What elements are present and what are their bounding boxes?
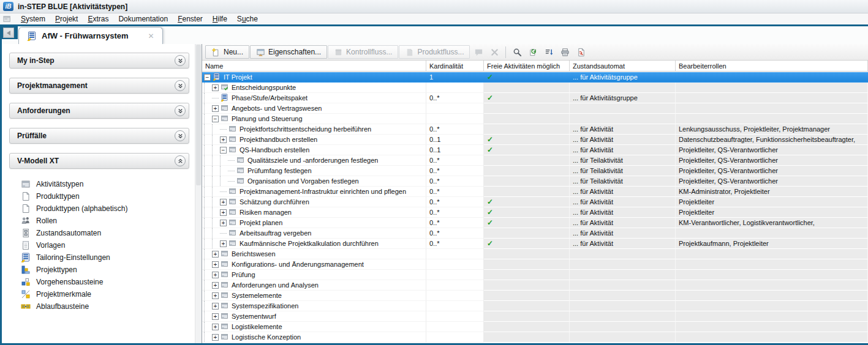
table-row[interactable]: +Projekt planen0..*✓... für AktivitätKM-… <box>202 218 868 228</box>
expand-plus-icon[interactable]: + <box>212 272 219 278</box>
expand-plus-icon[interactable]: + <box>212 334 219 341</box>
menu-item-extras[interactable]: Extras <box>83 15 113 23</box>
sidebar-item-tailoring-einstellungen[interactable]: Tailoring-Einstellungen <box>2 251 195 264</box>
table-row[interactable]: −Planung und Steuerung <box>202 114 868 124</box>
table-row[interactable]: +Systemelemente <box>202 291 868 301</box>
table-row[interactable]: +Projekthandbuch erstellen0..1✓... für A… <box>202 135 868 145</box>
table-row[interactable]: +Angebots- und Vertragswesen <box>202 103 868 114</box>
menu-item-fenster[interactable]: Fenster <box>173 15 208 23</box>
menu-item-dokumentation[interactable]: Dokumentation <box>113 15 173 23</box>
table-row[interactable]: −QS-Handbuch erstellen0..1✓... für Aktiv… <box>202 145 868 155</box>
table-row[interactable]: −IT Projekt1✓... für Aktivitätsgruppe <box>202 72 868 83</box>
toolbar-icon-button-sort[interactable] <box>541 45 557 59</box>
table-row[interactable]: +Anforderungen und Analysen <box>202 280 868 291</box>
sort-icon <box>545 48 554 57</box>
bearbeiterrollen-cell: KM-Verantwortlicher, Logistikverantwortl… <box>676 218 868 228</box>
table-row[interactable]: Projektfortschrittsentscheidung herbeifü… <box>202 124 868 135</box>
collapse-minus-icon[interactable]: − <box>212 116 219 122</box>
expand-plus-icon[interactable]: + <box>212 261 219 268</box>
expand-plus-icon[interactable]: + <box>212 282 219 289</box>
toolbar-icon-button-print[interactable] <box>557 45 573 59</box>
freie-aktivitaeten-cell <box>484 83 570 93</box>
chevron-double-down-icon[interactable] <box>175 130 186 141</box>
table-row[interactable]: +Risiken managen0..*✓... für AktivitätPr… <box>202 207 868 218</box>
tab-afw-fruehwarnsystem[interactable]: AfW - Frühwarnsystem ✕ <box>18 27 163 44</box>
chevron-double-down-icon[interactable] <box>175 55 186 66</box>
expand-plus-icon[interactable]: + <box>220 220 227 226</box>
collapse-minus-icon[interactable]: − <box>220 147 227 154</box>
expand-plus-icon[interactable]: + <box>220 199 227 206</box>
expand-plus-icon[interactable]: + <box>212 324 219 330</box>
column-header-freie-aktivitaeten-moeglich[interactable]: Freie Aktivitäten möglich <box>484 61 570 71</box>
sidebar-item-aktivitaetstypen[interactable]: Aktivitätstypen <box>2 178 195 190</box>
menu-item-hilfe[interactable]: Hilfe <box>208 15 232 23</box>
sidebar-item-vorlagen[interactable]: Vorlagen <box>2 239 195 251</box>
column-header-zustandsautomat[interactable]: Zustandsautomat <box>570 61 676 71</box>
scrollbar-thumb[interactable] <box>196 45 201 185</box>
close-icon[interactable]: ✕ <box>148 32 154 40</box>
sidebar-item-vorgehensbausteine[interactable]: Vorgehensbausteine <box>2 276 195 288</box>
sidebar-section-my-in-step[interactable]: My in-Step <box>9 53 189 69</box>
expand-plus-icon[interactable]: + <box>212 292 219 299</box>
sidebar-section-projektmanagement[interactable]: Projektmanagement <box>9 78 189 94</box>
toolbar-button-eigenschaften[interactable]: Eigenschaften... <box>250 45 327 59</box>
sidebar-item-zustandsautomaten[interactable]: Zustandsautomaten <box>2 227 195 239</box>
table-row[interactable]: +Logistikelemente <box>202 322 868 332</box>
expand-plus-icon[interactable]: + <box>220 136 227 143</box>
sidebar-item-produkttypen-alphabetisch[interactable]: Produkttypen (alphabetisch) <box>2 202 195 215</box>
expand-plus-icon[interactable]: + <box>212 84 219 91</box>
table-row[interactable]: Phase/Stufe/Arbeitspaket0..*✓... für Akt… <box>202 93 868 103</box>
chevron-double-down-icon[interactable] <box>175 80 186 91</box>
name-cell: +Anforderungen und Analysen <box>202 280 426 291</box>
toolbar-icon-button-zoom[interactable] <box>509 45 525 59</box>
table-row[interactable]: +Schätzung durchführen0..*✓... für Aktiv… <box>202 197 868 207</box>
toolbar-button-neu[interactable]: Neu... <box>205 45 249 59</box>
chevron-double-down-icon[interactable] <box>175 105 186 116</box>
checkmark-icon: ✓ <box>487 198 493 206</box>
table-row[interactable]: +Berichtswesen <box>202 249 868 259</box>
toolbar-icon-button-refresh[interactable] <box>525 45 541 59</box>
tab-scroll-left-button[interactable] <box>3 28 14 38</box>
menu-item-projekt[interactable]: Projekt <box>50 15 83 23</box>
table-row[interactable]: +Logistische Konzeption <box>202 332 868 343</box>
chevron-double-up-icon[interactable] <box>175 155 186 166</box>
expand-plus-icon[interactable]: + <box>212 251 219 258</box>
tree-guide <box>212 155 220 165</box>
table-row[interactable]: +Systemspezifikationen <box>202 301 868 311</box>
table-row[interactable]: +Prüfung <box>202 270 868 280</box>
column-header-name[interactable]: Name <box>202 61 426 71</box>
expand-plus-icon[interactable]: + <box>212 105 219 112</box>
sidebar-scrollbar[interactable] <box>195 44 202 343</box>
table-row[interactable]: +Systementwurf <box>202 311 868 322</box>
column-header-kardinalitaet[interactable]: Kardinalität <box>426 61 484 71</box>
expand-plus-icon[interactable]: + <box>220 209 227 216</box>
table-row[interactable]: Projektmanagement-Infrastruktur einricht… <box>202 187 868 197</box>
sidebar-item-rollen[interactable]: Rollen <box>2 215 195 227</box>
table-row[interactable]: Arbeitsauftrag vergeben0..*... für Aktiv… <box>202 228 868 239</box>
toolbar-icon-button-pdf-export[interactable] <box>573 45 589 59</box>
checkmark-icon: ✓ <box>487 136 493 143</box>
sidebar-section-anforderungen[interactable]: Anforderungen <box>9 103 189 119</box>
sidebar-item-projekttypen[interactable]: Projekttypen <box>2 264 195 276</box>
menu-item-suche[interactable]: Suche <box>232 15 263 23</box>
sidebar-section-prueffaelle[interactable]: Prüffälle <box>9 128 189 144</box>
sidebar-item-produkttypen[interactable]: Produkttypen <box>2 190 195 202</box>
expand-plus-icon[interactable]: + <box>220 240 227 247</box>
expand-plus-icon[interactable]: + <box>212 303 219 310</box>
activity-icon <box>228 125 237 133</box>
expand-plus-icon[interactable]: + <box>212 313 219 320</box>
column-header-bearbeiterrollen[interactable]: Bearbeiterrollen <box>676 61 868 71</box>
zustandsautomat-cell <box>570 270 676 280</box>
table-row[interactable]: +Entscheidungspunkte <box>202 83 868 93</box>
sidebar-section-v-modell-xt[interactable]: V-Modell XT <box>9 153 189 169</box>
table-row[interactable]: Qualitätsziele und -anforderungen festle… <box>202 155 868 166</box>
sidebar-item-projektmerkmale[interactable]: Projektmerkmale <box>2 288 195 300</box>
table-row[interactable]: Organisation und Vorgaben festlegen0..*.… <box>202 176 868 187</box>
sidebar-item-ablaufbausteine[interactable]: Ablaufbausteine <box>2 300 195 313</box>
table-row[interactable]: +Kaufmännische Projektkalkulation durchf… <box>202 239 868 249</box>
table-row[interactable]: +Konfigurations- und Änderungsmanagement <box>202 259 868 270</box>
collapse-minus-icon[interactable]: − <box>204 74 211 81</box>
menu-item-system[interactable]: System <box>16 15 50 23</box>
freie-aktivitaeten-cell <box>484 176 570 187</box>
table-row[interactable]: Prüfumfang festlegen0..*... für Teilakti… <box>202 166 868 176</box>
